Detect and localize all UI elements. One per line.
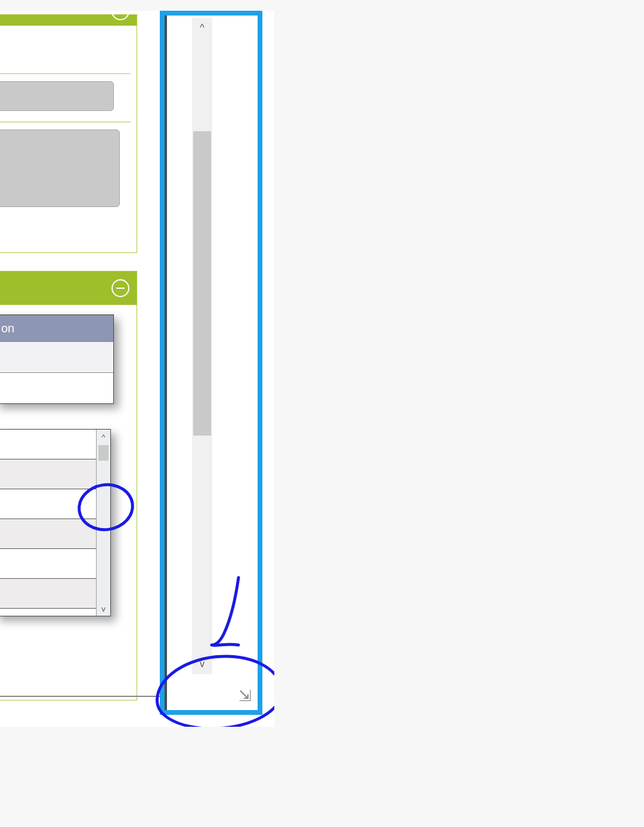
panel-2: on ^ (0, 271, 137, 701)
panel-2-header[interactable] (0, 271, 137, 305)
list-item[interactable] (0, 549, 110, 579)
inner-scrollbar[interactable]: ^ v (96, 430, 110, 616)
list-item[interactable] (0, 489, 110, 519)
list-item[interactable] (0, 430, 110, 459)
chevron-up-icon: ^ (200, 23, 205, 33)
main-vertical-scrollbar[interactable]: ^ v (192, 18, 212, 674)
table-widget: on (0, 314, 114, 404)
scrollable-list: ^ v (0, 429, 111, 616)
panel-1-body (0, 26, 137, 226)
list-item[interactable] (0, 579, 110, 609)
scroll-down-button[interactable]: v (97, 601, 110, 616)
list-item[interactable] (0, 459, 110, 489)
table-row[interactable] (0, 372, 113, 403)
content-bottom-border (0, 696, 160, 697)
widget-placeholder-large[interactable] (0, 129, 120, 207)
scroll-up-button[interactable]: ^ (192, 18, 212, 38)
chevron-up-icon: ^ (101, 433, 105, 442)
list-item[interactable] (0, 519, 110, 549)
table-header: on (0, 315, 113, 341)
chevron-down-icon: v (200, 659, 205, 669)
inner-scroll-thumb[interactable] (98, 445, 109, 461)
minus-circle-icon[interactable] (112, 11, 129, 20)
widget-placeholder-small[interactable] (0, 81, 114, 111)
scroll-down-button[interactable]: v (192, 654, 212, 674)
screenshot-region: on ^ (0, 11, 274, 727)
chevron-down-icon: v (101, 604, 106, 613)
panel-1 (0, 14, 137, 253)
table-header-text-fragment: on (1, 322, 14, 335)
table-row[interactable] (0, 341, 113, 372)
panel-1-header[interactable] (0, 15, 137, 26)
resize-glyph: ⇲ (239, 687, 252, 705)
highlighted-scrollbar-region: ^ v ⇲ (160, 11, 262, 715)
main-scroll-thumb[interactable] (193, 131, 211, 436)
scroll-up-button[interactable]: ^ (97, 430, 110, 444)
minus-circle-icon[interactable] (112, 279, 129, 297)
editor-right-border (165, 16, 167, 710)
resize-handle-icon[interactable]: ⇲ (239, 687, 252, 705)
content-column: on ^ (0, 14, 137, 718)
panel-2-body: on ^ (0, 305, 137, 625)
